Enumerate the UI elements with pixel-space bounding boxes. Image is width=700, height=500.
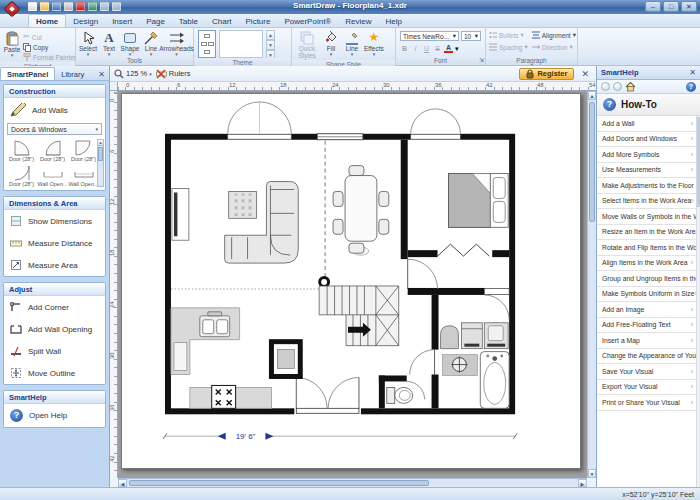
line-style-dropdown-arrow[interactable]: ▾ bbox=[351, 52, 354, 56]
font-color-button[interactable]: A bbox=[444, 44, 453, 53]
canvas-vertical-scrollbar[interactable]: ▲ ▼ bbox=[587, 91, 596, 478]
help-item[interactable]: Add an Image› bbox=[597, 302, 696, 318]
register-button[interactable]: Register bbox=[519, 68, 574, 80]
symbol-scrollbar[interactable]: ▲ bbox=[97, 139, 104, 187]
zoom-dropdown-arrow[interactable]: ▾ bbox=[149, 71, 152, 77]
minimize-button[interactable]: – bbox=[645, 1, 661, 12]
help-item[interactable]: Add More Symbols› bbox=[597, 147, 696, 163]
tab-powerpoint[interactable]: PowerPoint® bbox=[277, 15, 338, 27]
add-wall-opening-button[interactable]: Add Wall Opening bbox=[4, 318, 105, 340]
tab-library[interactable]: Library bbox=[55, 68, 90, 80]
help-item[interactable]: Resize an Item in the Work Area› bbox=[597, 225, 696, 241]
tv-console[interactable] bbox=[172, 188, 189, 240]
alignment-button[interactable]: Alignment▾ bbox=[532, 31, 576, 39]
format-painter-button[interactable]: Format Painter bbox=[23, 53, 76, 62]
help-item[interactable]: Add a Wall› bbox=[597, 116, 696, 132]
help-item[interactable]: Group and Ungroup Items in the ... bbox=[597, 271, 696, 287]
stove[interactable] bbox=[212, 385, 236, 408]
shape-line-button[interactable]: Line ▾ bbox=[342, 30, 362, 56]
french-door-top-right[interactable] bbox=[411, 109, 461, 142]
help-panel-help-icon[interactable]: ? bbox=[686, 82, 696, 92]
bullets-button[interactable]: Bullets▾ bbox=[489, 31, 528, 39]
underline-button[interactable]: U bbox=[422, 45, 431, 52]
horizontal-scroll-thumb[interactable] bbox=[129, 480, 429, 486]
tab-insert[interactable]: Insert bbox=[105, 15, 139, 27]
paste-dropdown-arrow[interactable]: ▾ bbox=[11, 53, 14, 57]
smartdraw-logo-button[interactable] bbox=[3, 1, 22, 20]
show-dimensions-button[interactable]: Show Dimensions bbox=[4, 210, 105, 232]
utility-closet[interactable] bbox=[271, 342, 300, 377]
measure-area-button[interactable]: Measure Area bbox=[4, 254, 105, 276]
tab-page[interactable]: Page bbox=[139, 15, 172, 27]
scroll-left-icon[interactable]: ◀ bbox=[118, 479, 127, 487]
add-corner-button[interactable]: Add Corner bbox=[4, 296, 105, 318]
tab-chart[interactable]: Chart bbox=[205, 15, 239, 27]
double-bed[interactable] bbox=[448, 174, 508, 228]
help-item[interactable]: Export Your Visual› bbox=[597, 380, 696, 396]
home-icon[interactable] bbox=[625, 81, 636, 92]
help-item[interactable]: Select Items in the Work Area› bbox=[597, 194, 696, 210]
smarthelp-close-icon[interactable]: ✕ bbox=[689, 68, 696, 77]
help-scrollbar[interactable] bbox=[696, 116, 700, 487]
shape-tool-button[interactable]: Shape ▾ bbox=[120, 30, 140, 56]
dimension-line[interactable]: 19' 6" bbox=[163, 431, 517, 442]
floor-plan-drawing[interactable]: 19' 6" bbox=[122, 94, 580, 468]
split-wall-button[interactable]: Split Wall bbox=[4, 340, 105, 362]
help-item[interactable]: Print or Share Your Visual› bbox=[597, 395, 696, 411]
drawing-viewport[interactable]: 19' 6" bbox=[118, 91, 587, 478]
bathtub[interactable] bbox=[480, 352, 509, 409]
copy-button[interactable]: Copy bbox=[23, 43, 76, 52]
font-size-select[interactable]: 10 ▾ bbox=[461, 31, 481, 41]
move-outline-button[interactable]: Move Outline bbox=[4, 362, 105, 384]
fill-button[interactable]: Fill ▾ bbox=[321, 30, 341, 56]
zoom-control[interactable]: 125 % ▾ bbox=[114, 69, 152, 79]
symbol-door-2[interactable]: Door (28") bbox=[37, 139, 68, 162]
kitchen-sink[interactable] bbox=[200, 312, 230, 337]
open-help-button[interactable]: ? Open Help bbox=[4, 404, 105, 427]
tab-smartpanel[interactable]: SmartPanel bbox=[0, 67, 55, 80]
strikethrough-button[interactable]: S bbox=[433, 45, 442, 52]
help-item[interactable]: Align Items in the Work Area› bbox=[597, 256, 696, 272]
help-item[interactable]: Insert a Map› bbox=[597, 333, 696, 349]
line-tool-button[interactable]: Line ▾ bbox=[141, 30, 161, 56]
symbol-wall-opening-1[interactable]: Wall Open... bbox=[37, 164, 68, 187]
scroll-up-icon[interactable]: ▲ bbox=[588, 91, 596, 100]
help-item[interactable]: Add Free-Floating Text› bbox=[597, 318, 696, 334]
help-forward-button[interactable] bbox=[613, 82, 622, 91]
font-dialog-launcher-icon[interactable]: ⇲ bbox=[479, 56, 484, 65]
effects-button[interactable]: ★ Effects ▾ bbox=[363, 30, 385, 56]
symbol-wall-opening-2[interactable]: Wall Open... bbox=[68, 164, 99, 187]
paste-button[interactable]: Paste ▾ bbox=[2, 30, 22, 57]
tab-help[interactable]: Help bbox=[378, 15, 408, 27]
rulers-toggle[interactable]: Rulers bbox=[156, 69, 191, 79]
fill-dropdown-arrow[interactable]: ▾ bbox=[330, 52, 333, 56]
canvas-close-icon[interactable]: ✕ bbox=[578, 69, 592, 79]
dryer[interactable] bbox=[484, 323, 508, 349]
quick-styles-button[interactable]: Quick Styles bbox=[294, 30, 320, 60]
theme-scroll-down-button[interactable]: ▼ bbox=[266, 40, 275, 50]
help-back-button[interactable] bbox=[601, 82, 610, 91]
spacing-button[interactable]: Spacing▾ bbox=[489, 43, 528, 51]
toilet[interactable] bbox=[387, 387, 413, 403]
bath-mat-drain[interactable] bbox=[443, 355, 478, 376]
symbol-category-dropdown[interactable]: Doors & Windows ▾ bbox=[7, 123, 102, 135]
italic-button[interactable]: I bbox=[411, 45, 420, 52]
help-item[interactable]: Change the Appearance of Your ... bbox=[597, 349, 696, 365]
french-door-top-left[interactable] bbox=[228, 102, 292, 142]
scroll-up-icon[interactable]: ▲ bbox=[98, 140, 103, 146]
vertical-ruler[interactable]: 0 6 12 18 24 30 36 42 bbox=[110, 91, 118, 478]
help-item[interactable]: Save Your Visual› bbox=[597, 364, 696, 380]
horizontal-ruler[interactable]: 0 6 12 18 24 30 36 42 48 54 bbox=[118, 82, 596, 91]
scroll-down-icon[interactable]: ▼ bbox=[588, 469, 596, 478]
tab-review[interactable]: Review bbox=[338, 15, 378, 27]
theme-selected-thumbnail[interactable] bbox=[198, 30, 216, 58]
symbol-door-4[interactable]: Door (28") bbox=[6, 164, 37, 187]
font-family-select[interactable]: Times NewRo... ▾ bbox=[400, 31, 459, 41]
maximize-button[interactable]: □ bbox=[663, 1, 679, 12]
font-color-dropdown-arrow[interactable]: ▾ bbox=[455, 45, 459, 53]
ottoman[interactable] bbox=[229, 191, 257, 218]
tab-picture[interactable]: Picture bbox=[239, 15, 278, 27]
vertical-scroll-thumb[interactable] bbox=[589, 102, 595, 222]
cut-button[interactable]: ✂ Cut bbox=[23, 32, 76, 42]
help-item[interactable]: Add Doors and Windows› bbox=[597, 132, 696, 148]
